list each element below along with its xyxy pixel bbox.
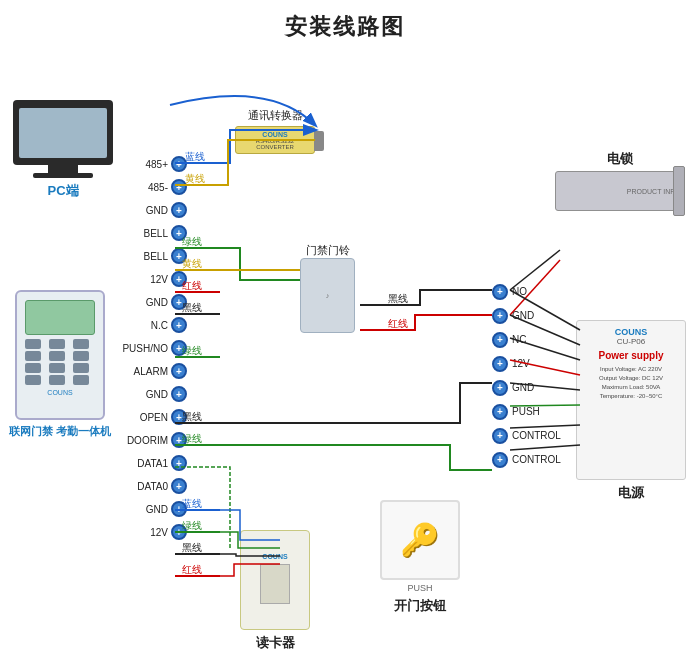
comm-converter: 通讯转换器 COUNS RS485/RS232CONVERTER (235, 108, 315, 154)
right-panel-row: +NO (492, 280, 572, 303)
left-panel-row: GND+ (120, 498, 187, 520)
controller-label: 联网门禁 考勤一体机 (5, 424, 115, 438)
left-panel-row: DOORIM+ (120, 429, 187, 451)
key (73, 339, 89, 349)
key (73, 363, 89, 373)
right-panel-row: +CONTROL (492, 448, 572, 471)
power-specs: Input Voltage: AC 220V Output Voltage: D… (583, 365, 679, 401)
key (49, 363, 65, 373)
controller-screen (25, 300, 95, 335)
comm-model: RS485/RS232CONVERTER (256, 138, 294, 150)
key (25, 339, 41, 349)
rpanel-connector: + (492, 452, 508, 468)
power-supply: COUNS CU-P06 Power supply Input Voltage:… (576, 320, 686, 502)
pc-stand (48, 165, 78, 173)
left-panel-row: GND+ (120, 199, 187, 221)
reader-card-slot (260, 564, 290, 604)
rpanel-label: CONTROL (512, 454, 572, 465)
panel-connector: + (171, 294, 187, 310)
rpanel-connector: + (492, 380, 508, 396)
key (73, 375, 89, 385)
key-icon: 🔑 (400, 521, 440, 559)
panel-label: OPEN (120, 412, 168, 423)
left-panel-row: 12V+ (120, 521, 187, 543)
elock-device: PRODUCT INFO (555, 171, 685, 211)
panel-label: ALARM (120, 366, 168, 377)
pushbtn-text: PUSH (380, 583, 460, 593)
left-panel-row: 485-+ (120, 176, 187, 198)
panel-label: BELL (120, 251, 168, 262)
panel-connector: + (171, 225, 187, 241)
left-panel-row: ALARM+ (120, 360, 187, 382)
panel-label: 12V (120, 274, 168, 285)
svg-text:黄线: 黄线 (185, 173, 205, 184)
panel-label: GND (120, 205, 168, 216)
rpanel-label: 12V (512, 358, 572, 369)
db9-connector (314, 131, 324, 151)
rpanel-label: GND (512, 382, 572, 393)
panel-connector: + (171, 455, 187, 471)
panel-connector: + (171, 501, 187, 517)
power-device: COUNS CU-P06 Power supply Input Voltage:… (576, 320, 686, 480)
elock-bracket (673, 166, 685, 216)
comm-brand: COUNS (256, 131, 294, 138)
panel-label: GND (120, 504, 168, 515)
key (25, 351, 41, 361)
key (25, 375, 41, 385)
key (49, 351, 65, 361)
reader-device: COUNS (240, 530, 310, 630)
left-terminal-panel: 485++485-+GND+BELL+BELL+12V+GND+N.C+PUSH… (120, 153, 187, 544)
panel-connector: + (171, 156, 187, 172)
key (49, 375, 65, 385)
panel-label: 12V (120, 527, 168, 538)
right-panel-row: +GND (492, 376, 572, 399)
panel-label: BELL (120, 228, 168, 239)
doorbell-label: 门禁门铃 (300, 243, 355, 258)
pc-component: PC端 (8, 100, 118, 200)
comm-device: COUNS RS485/RS232CONVERTER (235, 126, 315, 154)
panel-label: 485- (120, 182, 168, 193)
access-controller: COUNS 联网门禁 考勤一体机 (5, 290, 115, 438)
controller-device: COUNS (15, 290, 105, 420)
doorbell-device: ♪ (300, 258, 355, 333)
left-panel-row: OPEN+ (120, 406, 187, 428)
controller-brand: COUNS (17, 389, 103, 396)
right-panel-row: +12V (492, 352, 572, 375)
panel-label: GND (120, 389, 168, 400)
right-terminal-panel: +NO+GND+NC+12V+GND+PUSH+CONTROL+CONTROL (492, 280, 572, 472)
diagram: PC端 COUNS (0, 50, 690, 669)
controller-keypad (17, 339, 103, 385)
rpanel-label: GND (512, 310, 572, 321)
rpanel-connector: + (492, 308, 508, 324)
pushbtn-device: 🔑 (380, 500, 460, 580)
pc-screen (19, 108, 107, 158)
rpanel-label: NO (512, 286, 572, 297)
key (49, 339, 65, 349)
pc-monitor (13, 100, 113, 165)
rpanel-label: CONTROL (512, 430, 572, 441)
pc-label: PC端 (8, 182, 118, 200)
svg-text:红线: 红线 (388, 318, 408, 329)
panel-label: N.C (120, 320, 168, 331)
panel-connector: + (171, 363, 187, 379)
panel-label: DATA0 (120, 481, 168, 492)
panel-label: DATA1 (120, 458, 168, 469)
left-panel-row: DATA1+ (120, 452, 187, 474)
svg-text:蓝线: 蓝线 (185, 151, 205, 162)
panel-connector: + (171, 478, 187, 494)
right-panel-row: +PUSH (492, 400, 572, 423)
rpanel-label: PUSH (512, 406, 572, 417)
right-panel-row: +CONTROL (492, 424, 572, 447)
panel-connector: + (171, 340, 187, 356)
panel-connector: + (171, 432, 187, 448)
left-panel-row: BELL+ (120, 245, 187, 267)
reader-label: 读卡器 (240, 634, 310, 652)
power-model: CU-P06 (583, 337, 679, 346)
pc-base (33, 173, 93, 178)
panel-connector: + (171, 409, 187, 425)
rpanel-connector: + (492, 284, 508, 300)
comm-label: 通讯转换器 (235, 108, 315, 123)
panel-connector: + (171, 202, 187, 218)
left-panel-row: GND+ (120, 291, 187, 313)
panel-label: 485+ (120, 159, 168, 170)
